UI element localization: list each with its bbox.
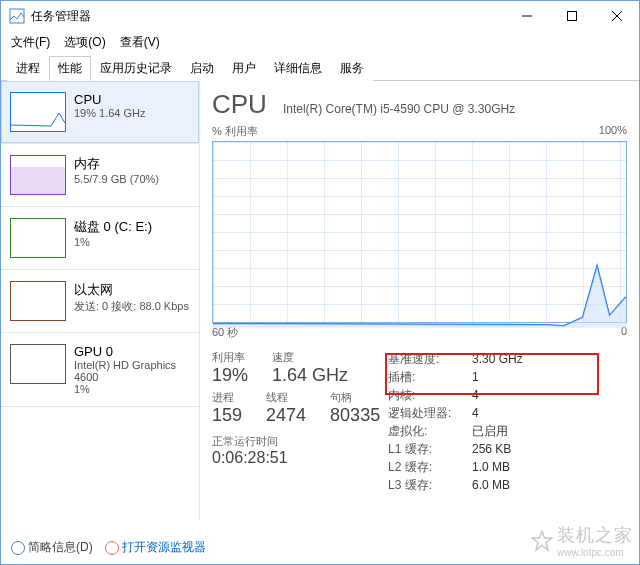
- memory-thumbnail: [10, 155, 66, 195]
- stat-value: 2474: [266, 405, 306, 426]
- graph-ymax: 100%: [599, 124, 627, 139]
- footer: 简略信息(D) 打开资源监视器: [11, 539, 206, 556]
- stat-label: 速度: [272, 350, 348, 365]
- stat-label: 句柄: [330, 390, 380, 405]
- maximize-button[interactable]: [549, 1, 594, 31]
- menu-file[interactable]: 文件(F): [11, 34, 50, 51]
- window-title: 任务管理器: [31, 8, 91, 25]
- sidebar-item-gpu[interactable]: GPU 0Intel(R) HD Graphics 46001%: [1, 333, 199, 406]
- tab-services[interactable]: 服务: [331, 56, 373, 81]
- uptime-value: 0:06:28:51: [212, 449, 388, 467]
- resource-monitor-icon: [105, 541, 119, 555]
- spec-val: 3.30 GHz: [472, 350, 523, 368]
- watermark: 装机之家 www.lotpc.com: [531, 523, 633, 558]
- stat-value: 80335: [330, 405, 380, 426]
- main-panel: CPU Intel(R) Core(TM) i5-4590 CPU @ 3.30…: [200, 81, 639, 521]
- app-icon: [9, 8, 25, 24]
- uptime-label: 正常运行时间: [212, 434, 388, 449]
- sidebar-sub: 1%: [74, 236, 152, 248]
- stat-value: 159: [212, 405, 242, 426]
- spec-key: 内核:: [388, 386, 472, 404]
- menubar: 文件(F) 选项(O) 查看(V): [1, 31, 639, 53]
- sidebar-sub: Intel(R) HD Graphics 4600: [74, 359, 190, 383]
- tab-history[interactable]: 应用历史记录: [91, 56, 181, 81]
- titlebar[interactable]: 任务管理器: [1, 1, 639, 31]
- tab-performance[interactable]: 性能: [49, 56, 91, 81]
- disk-thumbnail: [10, 218, 66, 258]
- menu-view[interactable]: 查看(V): [120, 34, 160, 51]
- sidebar-item-memory[interactable]: 内存5.5/7.9 GB (70%): [1, 144, 199, 206]
- sidebar-sub: 19% 1.64 GHz: [74, 107, 146, 119]
- page-title: CPU: [212, 89, 267, 120]
- spec-key: L3 缓存:: [388, 476, 472, 494]
- tab-strip: 进程 性能 应用历史记录 启动 用户 详细信息 服务: [1, 55, 639, 81]
- chevron-up-circle-icon: [11, 541, 25, 555]
- sidebar-sub: 发送: 0 接收: 88.0 Kbps: [74, 299, 189, 314]
- stat-label: 线程: [266, 390, 306, 405]
- menu-options[interactable]: 选项(O): [64, 34, 105, 51]
- stat-label: 进程: [212, 390, 242, 405]
- spec-key: 插槽:: [388, 368, 472, 386]
- fewer-details-button[interactable]: 简略信息(D): [11, 539, 93, 556]
- sidebar-label: GPU 0: [74, 344, 190, 359]
- spec-key: L1 缓存:: [388, 440, 472, 458]
- spec-key: 虚拟化:: [388, 422, 472, 440]
- tab-users[interactable]: 用户: [223, 56, 265, 81]
- stat-value: 19%: [212, 365, 248, 386]
- tab-startup[interactable]: 启动: [181, 56, 223, 81]
- sidebar-item-disk[interactable]: 磁盘 0 (C: E:)1%: [1, 207, 199, 269]
- tab-details[interactable]: 详细信息: [265, 56, 331, 81]
- sidebar-label: 以太网: [74, 281, 189, 299]
- spec-val: 1: [472, 368, 479, 386]
- cpu-thumbnail: [10, 92, 66, 132]
- spec-key: L2 缓存:: [388, 458, 472, 476]
- sidebar-item-cpu[interactable]: CPU19% 1.64 GHz: [1, 81, 199, 143]
- ethernet-thumbnail: [10, 281, 66, 321]
- sidebar-sub2: 1%: [74, 383, 190, 395]
- spec-key: 逻辑处理器:: [388, 404, 472, 422]
- sidebar-sub: 5.5/7.9 GB (70%): [74, 173, 159, 185]
- task-manager-window: 任务管理器 文件(F) 选项(O) 查看(V) 进程 性能 应用历史记录 启动 …: [0, 0, 640, 565]
- open-resource-monitor-link[interactable]: 打开资源监视器: [105, 539, 206, 556]
- spec-val: 4: [472, 386, 479, 404]
- spec-key: 基准速度:: [388, 350, 472, 368]
- spec-val: 4: [472, 404, 479, 422]
- svg-marker-5: [532, 531, 552, 550]
- spec-val: 1.0 MB: [472, 458, 510, 476]
- cpu-model: Intel(R) Core(TM) i5-4590 CPU @ 3.30GHz: [283, 102, 515, 116]
- minimize-button[interactable]: [504, 1, 549, 31]
- sidebar-item-ethernet[interactable]: 以太网发送: 0 接收: 88.0 Kbps: [1, 270, 199, 332]
- tab-processes[interactable]: 进程: [7, 56, 49, 81]
- sidebar-label: 磁盘 0 (C: E:): [74, 218, 152, 236]
- stat-label: 利用率: [212, 350, 248, 365]
- spec-val: 256 KB: [472, 440, 511, 458]
- sidebar: CPU19% 1.64 GHz 内存5.5/7.9 GB (70%) 磁盘 0 …: [1, 81, 200, 521]
- stats-left: 利用率19% 速度1.64 GHz 进程159 线程2474 句柄80335 正…: [212, 350, 388, 494]
- spec-val: 已启用: [472, 422, 508, 440]
- sidebar-label: CPU: [74, 92, 146, 107]
- graph-ylabel: % 利用率: [212, 124, 258, 139]
- stat-value: 1.64 GHz: [272, 365, 348, 386]
- spec-val: 6.0 MB: [472, 476, 510, 494]
- svg-rect-0: [10, 9, 24, 23]
- close-button[interactable]: [594, 1, 639, 31]
- sidebar-label: 内存: [74, 155, 159, 173]
- stats-right: 基准速度:3.30 GHz 插槽:1 内核:4 逻辑处理器:4 虚拟化:已启用 …: [388, 350, 627, 494]
- utilization-graph: [212, 141, 627, 323]
- svg-rect-2: [567, 12, 576, 21]
- gpu-thumbnail: [10, 344, 66, 384]
- star-icon: [531, 530, 553, 552]
